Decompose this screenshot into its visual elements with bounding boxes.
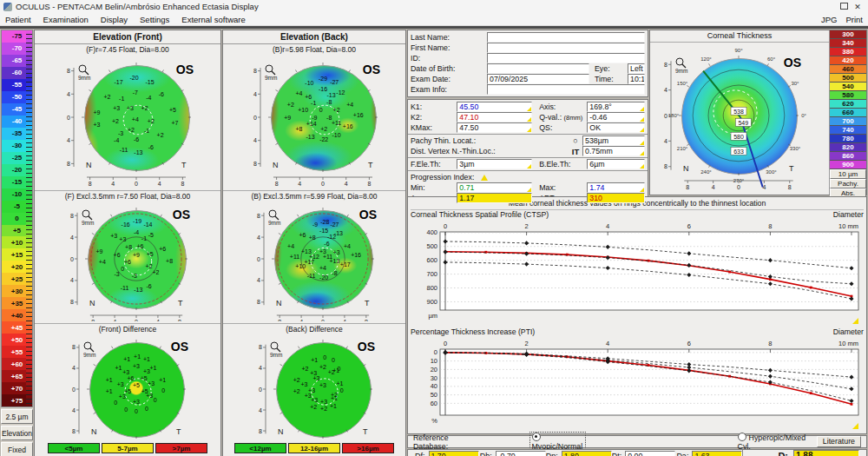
first-name-field[interactable] (487, 43, 645, 53)
kmax-field[interactable]: 47.50 (457, 122, 532, 133)
svg-text:4: 4 (72, 407, 76, 413)
exam-date-field[interactable]: 07/09/2025 (487, 74, 589, 84)
scale-step-button[interactable]: 2.5 µm (1, 409, 33, 424)
d-total-field[interactable]: 1.88 (793, 450, 859, 456)
dob-field[interactable] (487, 63, 589, 74)
pachy-thin-field[interactable]: 538µm (582, 135, 645, 146)
dist-vertex-field[interactable]: 0.75mm (582, 146, 645, 156)
min-field[interactable]: 0.71 (457, 182, 532, 193)
front-elevation-map-section: (F)r=7.45 Float, Dia=8.00 84048840489mmO… (35, 44, 220, 191)
bele-label: B.Ele.Th: (532, 160, 587, 169)
svg-text:900: 900 (426, 298, 437, 306)
svg-text:+17: +17 (340, 261, 351, 268)
dp-field[interactable]: 1.80 (562, 451, 612, 456)
svg-text:+10: +10 (295, 263, 306, 269)
svg-text:4: 4 (259, 407, 262, 413)
elevation-back-panel: Elevation (Back) (B)r=5.98 Float, Dia=8.… (222, 30, 406, 456)
qs-field[interactable]: OK (587, 122, 645, 133)
svg-text:0: 0 (114, 400, 117, 406)
svg-text:+1: +1 (149, 365, 156, 371)
svg-text:-29: -29 (319, 76, 327, 82)
restore-button[interactable] (837, 3, 851, 11)
eye-field[interactable]: Left (628, 63, 645, 74)
svg-text:+5: +5 (169, 107, 176, 113)
svg-text:N: N (89, 299, 95, 307)
svg-text:-3: -3 (132, 273, 137, 279)
svg-text:580: 580 (733, 134, 744, 140)
svg-text:N: N (91, 427, 97, 436)
svg-text:8: 8 (664, 163, 667, 169)
svg-text:OS: OS (784, 56, 801, 69)
menu-settings[interactable]: Settings (140, 15, 169, 24)
print-button[interactable]: Print (845, 15, 863, 24)
svg-text:+1: +1 (115, 365, 122, 371)
svg-text:+1: +1 (123, 356, 130, 362)
svg-text:8: 8 (278, 319, 281, 321)
da-field[interactable]: 1.63 (692, 451, 742, 456)
svg-text:0: 0 (332, 357, 335, 363)
jpg-button[interactable]: JPG (821, 15, 837, 24)
bele-field[interactable]: 6µm (587, 159, 645, 169)
svg-text:-12: -12 (327, 234, 336, 240)
svg-text:+2: +2 (112, 118, 119, 124)
thickness-mode-button[interactable]: Pachy. (830, 179, 866, 188)
svg-text:2: 2 (525, 340, 529, 347)
restore-icon (840, 3, 848, 10)
scale-fixed-button[interactable]: Fixed (1, 442, 33, 456)
svg-text:8: 8 (67, 161, 70, 167)
pti-chart: 0102030405060%0246810 mm (411, 337, 864, 433)
k1-field[interactable]: 45.50 (457, 102, 532, 112)
elevation-color-scale: -75-70-65-60-55-50-45-40-35-30-25-20-15-… (1, 30, 33, 456)
svg-text:60°: 60° (767, 56, 776, 62)
thickness-scale-cell: 340 (830, 39, 866, 48)
last-name-field[interactable] (487, 32, 645, 43)
thickness-color-scale: 3003403804204605005405806206607007407808… (829, 30, 866, 195)
svg-text:30°: 30° (791, 81, 799, 86)
svg-text:+3: +3 (110, 233, 117, 239)
radio-hyperopic-mixed[interactable]: Hyperopic/Mixed Cyl. (738, 433, 806, 451)
menu-examination[interactable]: Examination (43, 15, 89, 24)
svg-text:0: 0 (321, 181, 325, 187)
svg-text:+2: +2 (310, 404, 317, 410)
svg-text:4: 4 (113, 319, 116, 321)
svg-text:300°: 300° (766, 169, 777, 175)
k2-field[interactable]: 47.10 (457, 112, 532, 122)
svg-text:4: 4 (72, 365, 76, 371)
artmax-field[interactable]: 310 (587, 193, 645, 203)
menu-display[interactable]: Display (101, 15, 128, 24)
svg-text:4: 4 (664, 138, 667, 144)
thickness-unit-button[interactable]: 10 µm (830, 169, 866, 179)
dt-field[interactable]: 0.00 (625, 451, 675, 456)
svg-text:-10: -10 (305, 80, 313, 86)
svg-text:4: 4 (67, 91, 70, 97)
menu-external-software[interactable]: External software (181, 15, 245, 24)
df-field[interactable]: 1.70 (429, 451, 479, 456)
axis-field[interactable]: 169.8° (587, 102, 645, 112)
avg-field[interactable]: 1.17 (457, 193, 532, 203)
svg-text:+1: +1 (332, 367, 339, 373)
svg-text:+2: +2 (141, 105, 148, 111)
svg-text:+2: +2 (319, 364, 326, 370)
db-field[interactable]: -0.70 (496, 451, 546, 456)
time-field[interactable]: 10:17:09 (628, 74, 645, 84)
qval-field[interactable]: -0.46 (587, 112, 645, 122)
legend-yellow: 5-7µm (102, 443, 154, 453)
ctsp-chart-svg: 400500600700800900µm0246810 mm (411, 220, 864, 326)
svg-text:OS: OS (176, 63, 194, 76)
k2-label: K2: (411, 113, 457, 122)
scale-mode-button[interactable]: Elevation (1, 426, 33, 440)
svg-text:+2: +2 (320, 406, 327, 412)
max-field[interactable]: 1.74 (587, 182, 645, 193)
id-field[interactable] (487, 53, 645, 63)
svg-text:10 mm: 10 mm (838, 340, 858, 347)
close-button[interactable]: ✕ (851, 3, 865, 11)
fele-field[interactable]: 3µm (457, 159, 532, 169)
radio-myopic-normal[interactable]: Myopic/Normal (530, 433, 585, 451)
svg-text:%: % (431, 417, 437, 425)
menu-patient[interactable]: Patient (5, 15, 31, 24)
exam-info-field[interactable] (487, 84, 645, 95)
radio-on-icon (532, 433, 541, 441)
literature-button[interactable]: Literature (817, 436, 861, 447)
svg-text:+3: +3 (127, 105, 134, 111)
svg-text:-14: -14 (143, 221, 152, 228)
